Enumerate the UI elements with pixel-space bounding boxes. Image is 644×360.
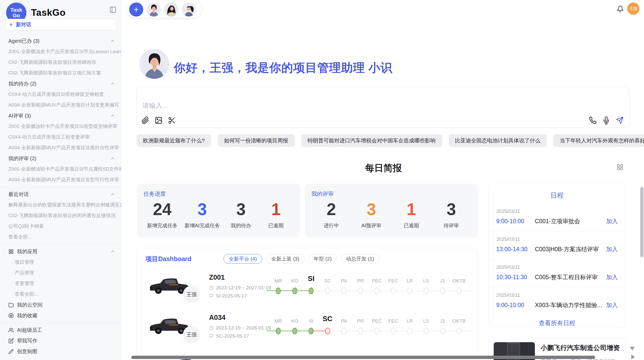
phone-icon[interactable] (589, 116, 597, 124)
sidebar-item[interactable]: C02-飞腾新能源轻客改款项目立项汇报方案 (0, 68, 121, 78)
sidebar-item-favorites[interactable]: 我的收藏 (0, 310, 121, 321)
schedule-item[interactable]: 2025/03/119:00-10:00C001-立项审批会加入 (489, 203, 625, 231)
stat-label: 我的待办 (227, 222, 255, 229)
milestone-dot (374, 328, 379, 334)
milestone-dot (276, 328, 281, 334)
sidebar-item[interactable]: A034-全新新能源MUV产品开发项目造型可行性评审 (0, 174, 121, 185)
add-member-button[interactable]: + (129, 3, 143, 17)
milestone-label: SI (309, 318, 313, 324)
sidebar-section-header[interactable]: 我的应用 (0, 246, 121, 257)
dashboard-filter[interactable]: 全新平台 (4) (224, 254, 262, 264)
join-link[interactable]: 加入 (606, 273, 618, 281)
edit-icon (8, 338, 14, 343)
view-all-schedule-link[interactable]: 查看所有日程 (489, 319, 625, 327)
sidebar-item[interactable]: C0X4-动力总成开发项目SI里程碑提交物检查 (0, 89, 121, 100)
dashboard-filter[interactable]: 全新上装 (3) (266, 254, 305, 264)
composer-right-icons (589, 116, 624, 124)
member-avatar[interactable] (164, 3, 178, 17)
sidebar: Task Go TaskGo + 新对话 Agent已办 (3)Z001-全新燃… (0, 0, 121, 360)
scissors-icon[interactable] (168, 116, 176, 124)
sidebar-section-header[interactable]: 我的待办 (2) (0, 78, 121, 89)
sidebar-item-ai-staff[interactable]: AI超级员工 (0, 325, 121, 335)
milestone-timeline: MRKOSISCPAPRPECFECLRLSJ1OKTB (267, 310, 473, 350)
suggestion-chip[interactable]: 比亚迪全固态电池计划具体说了什么 (449, 134, 547, 147)
recent-chat-item[interactable]: 解释最新出台的欧盟报废车法规再生塑料比例被调至15%... (0, 200, 121, 210)
join-link[interactable]: 加入 (606, 217, 618, 225)
schedule-item[interactable]: 2025/03/1113:00-14:30C003|H0B-方案冻结评审加入 (489, 231, 625, 259)
send-icon[interactable] (616, 116, 624, 124)
image-icon[interactable] (155, 116, 163, 124)
stat-label: 进行中 (317, 222, 345, 229)
dashboard-filter[interactable]: 年型 (2) (309, 254, 337, 264)
sidebar-section-header[interactable]: 最近对话 (0, 189, 121, 200)
schedule-item[interactable]: 2025/03/1110:30-11:30C005-整车工程目标评审加入 (489, 259, 625, 287)
milestone-label: PR (357, 318, 364, 324)
dashboard-header: 项目Dashboard 全新平台 (4)全新上装 (3)年型 (2)动总开发 (… (137, 248, 478, 264)
schedule-title: 日程 (489, 191, 625, 200)
sidebar-item[interactable]: Z001-全新燃油皮卡产品开发项目SI节点Lesson Learn报告 (0, 46, 121, 57)
join-link[interactable]: 加入 (606, 301, 618, 309)
stat-value: 3 (437, 200, 465, 219)
schedule-row: 9:00-10:00X003-车辆动力学性能验...加入 (496, 301, 618, 309)
chat-input[interactable]: 请输入... (137, 87, 630, 128)
stat: 2进行中 (317, 200, 345, 229)
new-chat-button[interactable]: + 新对话 (5, 19, 116, 30)
user-avatar[interactable]: 王强 (627, 3, 639, 15)
stat-label: AI预评审 (357, 222, 385, 229)
member-avatar[interactable] (182, 3, 196, 17)
sidebar-item[interactable]: Z001-全新燃油轻卡产品开发项目SI节点属性5D文件评审 (0, 164, 121, 174)
milestone-label: LR (407, 278, 413, 284)
sidebar-section-header[interactable]: Agent已办 (3) (0, 36, 121, 46)
sidebar-item[interactable]: C02-飞腾新能源轻客改款项目里程碑画布 (0, 57, 121, 68)
milestone-label: PEC (372, 318, 382, 324)
dates-text: 2023-12-19 ~ 2026-01-19 (216, 325, 271, 331)
dashboard-filter[interactable]: 动总开发 (1) (341, 254, 379, 264)
section-title: AI评审 (3) (8, 112, 31, 119)
suggestion-chip[interactable]: 欧洲新规最近颁布了什么? (137, 134, 211, 147)
suggestion-chip[interactable]: 如何写一份清晰的项目周报 (218, 134, 295, 147)
project-row[interactable]: 王强A0342023-12-19 ~ 2026-01-19SC-2025-05-… (137, 310, 478, 350)
suggestion-chip[interactable]: 当下年轻人对汽车外观有怎样的喜好趋势 (553, 134, 644, 147)
recent-chat-item[interactable]: C02-飞腾新能源轻客改款项目的闭环通告反馈情况 (0, 210, 121, 221)
sidebar-section-header[interactable]: AI评审 (3) (0, 110, 121, 121)
vertical-scrollbar-thumb[interactable] (640, 187, 643, 257)
suggestion-chip[interactable]: 特朗普可能对进口汽车增税会对中国车企造成哪些影响 (301, 134, 442, 147)
sidebar-item[interactable]: A034-全新新能源MUV产品开发项目计划变更表编写 (0, 100, 121, 110)
join-link[interactable]: 加入 (606, 245, 618, 253)
scroll-down-arrow-icon[interactable] (630, 347, 635, 350)
milestone-dot (325, 288, 330, 294)
chevron-up-icon (110, 38, 115, 43)
layout-grid-icon[interactable] (617, 164, 623, 171)
mic-icon[interactable] (602, 116, 610, 124)
schedule-item[interactable]: 2025/03/119:00-10:00X003-车辆动力学性能验...加入 (489, 287, 625, 315)
sidebar-item[interactable]: Z001-全新燃油轻卡产品开发项目SI造型提交物评审 (0, 121, 121, 132)
milestone-label: PEC (372, 278, 382, 284)
schedule-time: 13:00-14:30 (496, 246, 535, 253)
milestone-dot (358, 328, 363, 334)
app-item[interactable]: 产品管理 (0, 267, 121, 278)
view-all-link[interactable]: 查看全部... (0, 232, 121, 242)
milestone-dot (391, 288, 396, 294)
sidebar-item[interactable]: C0X4-动力总成开发项目工程变更评审 (0, 132, 121, 142)
project-row[interactable]: 王强Z0012023-12-19 ~ 2027-01-19SI-2025-05-… (137, 270, 478, 310)
owner-badge: 王强 (183, 286, 200, 303)
milestone-dot (423, 328, 429, 334)
view-all-link[interactable]: 查看全部... (0, 289, 121, 299)
scroll-right-arrow-icon[interactable] (631, 354, 635, 359)
schedule-date: 2025/03/11 (496, 264, 618, 270)
member-avatar[interactable] (147, 3, 161, 17)
horizontal-scrollbar-thumb[interactable] (131, 356, 595, 359)
sidebar-item-creative-draw[interactable]: 创意制图 (0, 346, 121, 357)
attachment-icon[interactable] (141, 116, 149, 124)
sidebar-item-cloud[interactable]: 我的云空间 (0, 299, 121, 310)
section-title: 我的待办 (2) (8, 80, 36, 87)
bell-icon[interactable] (617, 5, 624, 13)
sidebar-item[interactable]: A034-全新新能源MUV产品开发项目法规符合性评审 (0, 142, 121, 153)
app-item[interactable]: 项目管理 (0, 257, 121, 267)
recent-chat-item[interactable]: 公司Q3轻卡销量 (0, 221, 121, 232)
sidebar-item-write-helper[interactable]: 帮我写作 (0, 335, 121, 346)
divider (0, 244, 121, 244)
app-item[interactable]: 变更管理 (0, 278, 121, 289)
sidebar-collapse-icon[interactable] (109, 6, 116, 13)
sidebar-section-header[interactable]: 我的评审 (2) (0, 153, 121, 164)
